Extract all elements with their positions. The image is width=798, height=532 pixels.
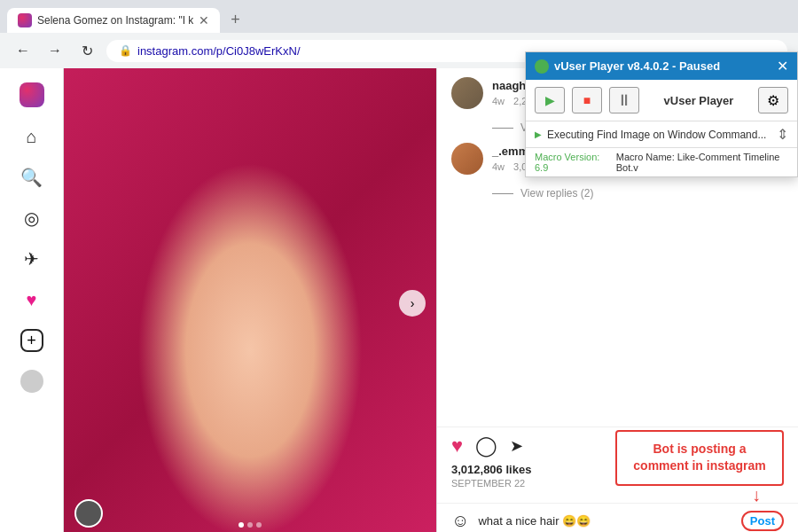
bot-annotation-arrow: ↓ (752, 485, 761, 505)
replies-line (492, 193, 513, 194)
vuser-executing: ▶ Executing Find Image on Window Command… (526, 121, 797, 148)
executing-text: Executing Find Image on Window Command..… (547, 129, 777, 141)
send-icon[interactable]: ✈ (20, 247, 43, 270)
image-dots (239, 522, 262, 528)
comment-time: 4w (492, 96, 505, 106)
dot-1 (239, 522, 244, 528)
tab-close-button[interactable]: ✕ (199, 13, 209, 27)
home-icon[interactable]: ⌂ (20, 125, 43, 148)
user-avatar[interactable] (20, 370, 43, 393)
exec-play-icon: ▶ (535, 129, 542, 139)
new-tab-button[interactable]: + (223, 7, 247, 33)
browser-tab[interactable]: Selena Gomez on Instagram: "I k ✕ (7, 8, 220, 33)
next-image-button[interactable]: › (399, 290, 426, 317)
instagram-sidebar: ⌂ 🔍 ◎ ✈ ♥ + (0, 68, 64, 532)
post-image-container: › (64, 68, 436, 532)
bottom-avatar (74, 499, 103, 528)
comment-time: 4w (492, 161, 505, 172)
dot-3 (256, 522, 262, 528)
like-button[interactable]: ♥ (451, 434, 463, 458)
photo-simulation (64, 68, 436, 532)
vuser-player-label: vUser Player (646, 94, 751, 107)
post-image (64, 68, 436, 532)
comment-input[interactable] (478, 514, 732, 528)
comment-button[interactable]: ◯ (475, 434, 497, 458)
comment-input-area: ☺ Post ↖ (437, 503, 798, 532)
url-text: instagram.com/p/Ci0J8wErKxN/ (137, 44, 301, 58)
scroll-arrows[interactable]: ⇕ (777, 126, 788, 143)
refresh-button[interactable]: ↻ (74, 38, 99, 63)
macro-version-label: Macro Version: 6.9 (535, 152, 609, 173)
search-icon[interactable]: 🔍 (20, 166, 43, 189)
vuser-logo (535, 59, 549, 74)
lock-icon: 🔒 (119, 44, 132, 57)
tab-title: Selena Gomez on Instagram: "I k (37, 14, 193, 27)
share-button[interactable]: ➤ (510, 436, 523, 456)
vuser-player-overlay: vUser Player v8.4.0.2 - Paused ✕ ▶ ■ ⏸ v… (525, 51, 798, 177)
vuser-titlebar: vUser Player v8.4.0.2 - Paused ✕ (526, 52, 797, 80)
pause-icon: ⏸ (609, 87, 639, 113)
dot-2 (247, 522, 253, 528)
settings-button[interactable]: ⚙ (758, 87, 788, 113)
vuser-footer: Macro Version: 6.9 Macro Name: Like-Comm… (526, 148, 797, 176)
macro-name-label: Macro Name: Like-Comment Timeline Bot.v (616, 152, 788, 173)
add-post-button[interactable]: + (20, 329, 43, 352)
vuser-close-button[interactable]: ✕ (777, 58, 788, 74)
explore-icon[interactable]: ◎ (20, 207, 43, 230)
bot-annotation-box: Bot is posting a comment in instagram ↓ (615, 430, 784, 486)
forward-button[interactable]: → (43, 38, 67, 63)
vuser-title-text: vUser Player v8.4.0.2 - Paused (554, 59, 720, 73)
tab-favicon (18, 13, 32, 27)
view-replies[interactable]: View replies (2) (492, 187, 784, 200)
view-replies-text[interactable]: View replies (2) (520, 187, 593, 200)
stop-button[interactable]: ■ (572, 87, 602, 113)
avatar (451, 77, 483, 109)
heart-icon[interactable]: ♥ (20, 288, 43, 311)
vuser-title-left: vUser Player v8.4.0.2 - Paused (535, 59, 720, 74)
bot-annotation-text: Bot is posting a comment in instagram (630, 441, 770, 475)
avatar (451, 143, 483, 175)
instagram-logo[interactable] (20, 82, 44, 107)
post-button[interactable]: Post ↖ (741, 511, 784, 531)
vuser-controls: ▶ ■ ⏸ vUser Player ⚙ (526, 80, 797, 121)
emoji-button[interactable]: ☺ (451, 511, 469, 531)
play-button[interactable]: ▶ (535, 87, 565, 113)
back-button[interactable]: ← (11, 38, 35, 63)
tab-bar: Selena Gomez on Instagram: "I k ✕ + (0, 0, 798, 33)
replies-line (492, 128, 513, 129)
